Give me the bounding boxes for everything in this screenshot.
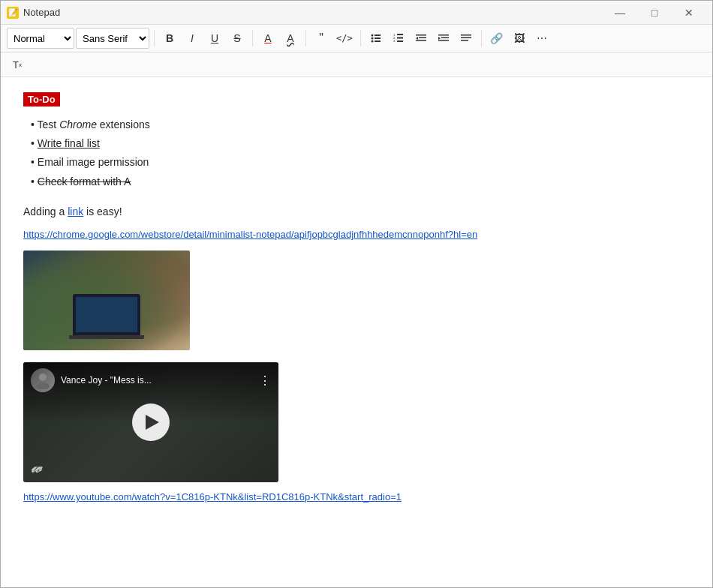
bold-button[interactable]: B: [159, 28, 180, 49]
minimize-button[interactable]: —: [603, 1, 637, 25]
list-item: Test Chrome extensions: [31, 116, 690, 134]
video-title: Vance Joy - "Mess is...: [61, 375, 253, 386]
toolbar-divider-4: [360, 30, 361, 46]
play-button[interactable]: [132, 404, 170, 441]
laptop-screen: [76, 297, 137, 332]
app-window: 📝 Notepad — □ ✕ Normal Heading 1 Heading…: [0, 0, 713, 588]
laptop-base: [69, 335, 144, 339]
list-item: Write final list: [31, 134, 690, 153]
main-toolbar: Normal Heading 1 Heading 2 Heading 3 San…: [1, 25, 712, 52]
svg-rect-13: [419, 38, 426, 39]
svg-rect-16: [438, 34, 449, 36]
justify-button[interactable]: [456, 28, 477, 49]
app-icon: 📝: [7, 7, 19, 19]
video-container: Vance Joy - "Mess is... ⋮ 𝓌: [23, 362, 690, 482]
link-button[interactable]: 🔗: [486, 28, 507, 49]
maximize-button[interactable]: □: [637, 1, 672, 25]
window-controls: — □ ✕: [603, 1, 706, 25]
format-toolbar: Tx: [1, 52, 712, 77]
underline-button[interactable]: U: [204, 28, 225, 49]
svg-rect-11: [397, 40, 403, 42]
editor-content[interactable]: To-Do Test Chrome extensions Write final…: [1, 77, 712, 587]
paragraph-style-select[interactable]: Normal Heading 1 Heading 2 Heading 3: [7, 28, 74, 49]
play-icon: [146, 415, 159, 430]
svg-rect-12: [416, 34, 426, 36]
svg-rect-9: [397, 34, 403, 35]
svg-marker-15: [416, 37, 418, 40]
image-container: [23, 250, 690, 350]
increase-indent-button[interactable]: [433, 28, 454, 49]
numbered-list-button[interactable]: 1.2.3.: [388, 28, 409, 49]
video-embed: Vance Joy - "Mess is... ⋮ 𝓌: [23, 362, 278, 482]
svg-point-0: [371, 34, 373, 37]
svg-point-2: [371, 40, 373, 43]
close-button[interactable]: ✕: [672, 1, 706, 25]
text-color-button[interactable]: A: [257, 28, 278, 49]
title-bar: 📝 Notepad — □ ✕: [1, 1, 712, 25]
svg-point-23: [39, 374, 47, 381]
svg-rect-20: [461, 34, 471, 36]
more-button[interactable]: ⋯: [531, 28, 552, 49]
svg-rect-22: [461, 40, 468, 41]
svg-rect-14: [416, 40, 426, 41]
font-family-select[interactable]: Sans Serif Serif Monospace: [76, 28, 149, 49]
svg-rect-10: [397, 38, 403, 39]
adding-link-paragraph: Adding a link is easy!: [23, 203, 690, 220]
link-anchor[interactable]: link: [68, 206, 83, 218]
svg-rect-18: [438, 40, 449, 41]
svg-rect-21: [461, 38, 471, 39]
code-button[interactable]: </>: [333, 28, 356, 49]
blockquote-button[interactable]: ": [311, 28, 332, 49]
highlight-button[interactable]: A: [280, 28, 301, 49]
svg-rect-5: [375, 40, 381, 42]
svg-point-1: [371, 38, 373, 40]
laptop-shape: [73, 294, 140, 335]
svg-rect-17: [441, 38, 449, 39]
youtube-link[interactable]: https://www.youtube.com/watch?v=1C816p-K…: [23, 491, 690, 502]
image-button[interactable]: 🖼: [509, 28, 530, 49]
svg-rect-3: [375, 34, 381, 36]
video-more-icon[interactable]: ⋮: [259, 374, 271, 388]
toolbar-divider-5: [481, 30, 482, 46]
video-watermark: 𝓌: [31, 459, 41, 476]
list-item: Email image permission: [31, 153, 690, 172]
svg-point-24: [36, 382, 50, 389]
decrease-indent-button[interactable]: [411, 28, 432, 49]
video-avatar: [31, 368, 55, 392]
toolbar-divider-3: [305, 30, 306, 46]
todo-label: To-Do: [23, 92, 60, 106]
svg-text:3.: 3.: [393, 39, 396, 43]
toolbar-divider-1: [154, 30, 155, 46]
strikethrough-button[interactable]: S: [227, 28, 248, 49]
bullet-list: Test Chrome extensions Write final list …: [31, 116, 690, 191]
toolbar-divider-2: [252, 30, 253, 46]
chrome-store-link[interactable]: https://chrome.google.com/webstore/detai…: [23, 229, 690, 240]
svg-marker-19: [438, 37, 441, 40]
clear-formatting-button[interactable]: Tx: [7, 54, 28, 75]
bullet-list-button[interactable]: [366, 28, 387, 49]
laptop-image: [23, 250, 190, 350]
italic-button[interactable]: I: [182, 28, 203, 49]
svg-rect-4: [375, 38, 381, 39]
list-item: Check format with A: [31, 172, 690, 191]
video-header: Vance Joy - "Mess is... ⋮: [23, 362, 278, 398]
window-title: Notepad: [23, 7, 603, 18]
